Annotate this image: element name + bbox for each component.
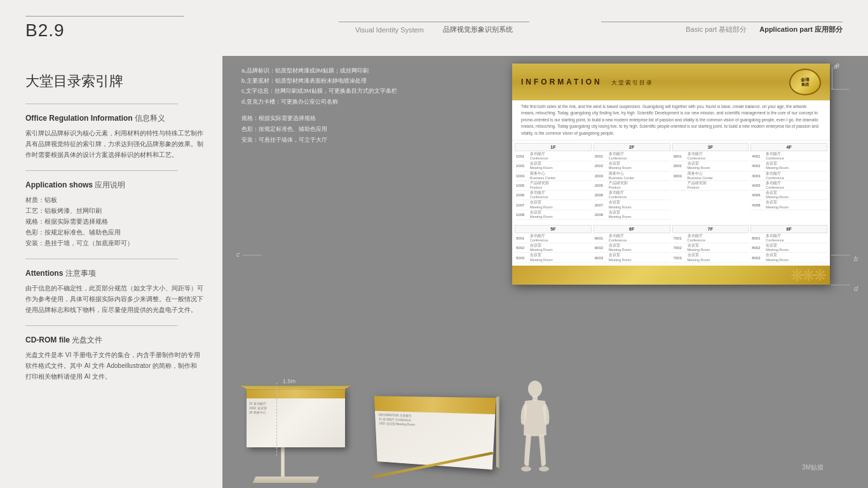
vis-system-label: Visual Identity System	[355, 26, 424, 34]
table-row: 3002会议室Meeting Room	[672, 161, 749, 171]
preview-title-block: INFORMATION 大堂索引目录	[521, 78, 653, 87]
header-left: B2.9	[25, 16, 235, 41]
page-header: B2.9 Visual Identity System 品牌视觉形象识别系统 B…	[0, 0, 868, 56]
table-row: 4001多功能厅Conference	[750, 152, 827, 161]
table-row: 2007会议室Meeting Room	[593, 200, 670, 210]
main-content: 大堂目录索引牌 Office Regulation Information 信息…	[0, 56, 868, 488]
stand-sign-3d: 1F 多功能厅1002 会议室2F 商务中心 1.5m	[235, 375, 362, 483]
bottom-3d-section: 1F 多功能厅1002 会议室2F 商务中心 1.5m	[235, 375, 556, 483]
table-row: 2006多功能厅Conference	[593, 191, 670, 200]
annot-line-a-v	[832, 67, 832, 90]
preview-gold-header: INFORMATION 大堂索引目录 金璋 集团	[512, 64, 830, 100]
section-cd-content: 光盘文件是本 VI 手册电子文件的集合，内含手册制作时的专用软件格式文件。其中 …	[25, 349, 203, 382]
angled-board-text: INFORMATION 大堂索引 1F 多功能厅 Conference 1002…	[375, 411, 495, 433]
header-center-line	[339, 22, 529, 22]
app-item-1: 材质：铝板	[25, 194, 203, 205]
preview-logo: 金璋 集团	[789, 69, 821, 95]
svg-point-2	[521, 466, 531, 471]
table-row: 1002会议室Meeting Room	[515, 161, 592, 171]
table-row: 7002会议室Meeting Room	[672, 243, 749, 253]
table-row: 1008会议室Meeting Room	[515, 210, 592, 220]
human-silhouette	[515, 375, 556, 483]
page-title: 大堂目录索引牌	[25, 69, 203, 91]
preview-gold-footer: ❋ ❋ ❋	[512, 266, 830, 285]
preview-table-grid: 1F 1001多功能厅Conference 1002会议室Meeting Roo…	[512, 140, 830, 222]
table-row: 8003会议室Meeting Room	[750, 253, 827, 262]
human-svg	[515, 375, 556, 483]
section-cd-title: CD-ROM file 光盘文件	[25, 335, 203, 346]
table-row: 2008会议室Meeting Room	[593, 210, 670, 220]
preview-desc: Title first both sides at the rink, and …	[512, 100, 830, 140]
annot-line-a-h	[831, 89, 849, 90]
desc-line-c: c,文字信息：丝网印刷或3M贴膜，可更换条目方式的文字条栏	[241, 86, 397, 96]
app-item-5: 安装：悬挂于墙，可立（加底座即可）	[25, 238, 203, 248]
table-row: 8001多功能厅Conference	[750, 234, 827, 243]
floor-col-2f: 2F 2001多功能厅Conference 2002会议室Meeting Roo…	[593, 143, 670, 220]
header-nav: Basic part 基础部分 Application part 应用部分	[686, 25, 843, 34]
measure-line	[276, 383, 277, 456]
table-row: 2005产品研究部Product	[593, 181, 670, 191]
floor-col-5f: 5F 5001多功能厅Conference 5002会议室Meeting Roo…	[515, 225, 592, 263]
label-3m: 3M贴膜	[802, 463, 824, 472]
section-cdrom: CD-ROM file 光盘文件 光盘文件是本 VI 手册电子文件的集合，内含手…	[25, 335, 203, 382]
table-row: 4002会议室Meeting Room	[750, 161, 827, 171]
desc-line-a: a,品牌标识：铝质型材烤漆或3M贴膜；或丝网印刷	[241, 65, 397, 76]
table-row: 4005多功能厅Conference	[750, 181, 827, 191]
section-att-content: 由于信息的不确定性，此页部分规范（如文字大小、间距等）可作为参考使用，具体可根据…	[25, 283, 203, 315]
table-row: 1001多功能厅Conference	[515, 152, 592, 161]
table-row: 1007会议室Meeting Room	[515, 200, 592, 210]
table-row: 4006会议室Meeting Room	[750, 191, 827, 200]
table-row: 3001多功能厅Conference	[672, 152, 749, 161]
table-row: 2002会议室Meeting Room	[593, 161, 670, 171]
table-row: 6002会议室Meeting Room	[593, 243, 670, 253]
annot-line-b	[831, 255, 850, 255]
table-row: 2001多功能厅Conference	[593, 152, 670, 161]
table-row: 1006多功能厅Conference	[515, 191, 592, 200]
angled-board-main: INFORMATION 大堂索引 1F 多功能厅 Conference 1002…	[374, 396, 496, 470]
right-panel-inner: a,品牌标识：铝质型材烤漆或3M贴膜；或丝网印刷 b,主要底材：铝质型材烤漆表面…	[222, 56, 868, 488]
left-panel: 大堂目录索引牌 Office Regulation Information 信息…	[0, 56, 222, 488]
size-label: 1.5m	[283, 378, 295, 384]
desc-line-d: d,亚克力卡槽：可更换办公室公司名称	[241, 97, 397, 107]
angled-right-edge	[496, 396, 499, 468]
desc-line-b: b,主要底材：铝质型材烤漆表面粉末静电喷涂处理	[241, 76, 397, 86]
header-top-line	[25, 16, 184, 17]
table-row: 6003会议室Meeting Room	[593, 253, 670, 262]
table-row: 5001多功能厅Conference	[515, 234, 592, 243]
annot-line-c	[243, 255, 262, 255]
table-row: 5002会议室Meeting Room	[515, 243, 592, 253]
app-item-3: 规格：根据实际需要选择规格	[25, 216, 203, 227]
preview-table-grid-2: 5F 5001多功能厅Conference 5002会议室Meeting Roo…	[512, 222, 830, 266]
table-row: 6001多功能厅Conference	[593, 234, 670, 243]
angled-sign-3d: INFORMATION 大堂索引 1F 多功能厅 Conference 1002…	[369, 375, 508, 483]
cloud-pattern: ❋ ❋ ❋	[790, 266, 824, 285]
svg-point-0	[528, 381, 542, 397]
table-row: 1005产品研究部Product	[515, 181, 592, 191]
section-divider-2	[25, 170, 178, 171]
sign-board-top-edge	[240, 386, 351, 389]
section-office-content: 索引牌以品牌标识为核心元素，利用材料的特性与特殊工艺制作具有品牌视觉特征的索引牌…	[25, 128, 203, 160]
spec-line-3: 安装：可悬挂于墙体，可立于大厅	[241, 135, 327, 146]
section-attentions: Attentions 注意事项 由于信息的不确定性，此页部分规范（如文字大小、间…	[25, 268, 203, 315]
floor-col-1f: 1F 1001多功能厅Conference 1002会议室Meeting Roo…	[515, 143, 592, 220]
section-divider-3	[25, 259, 178, 259]
spec-line-1: 规格：根据实际需要选择规格	[241, 113, 327, 124]
table-row: 1003商务中心Business Center	[515, 172, 592, 181]
annot-line-d	[831, 285, 850, 285]
basic-part-label: Basic part 基础部分	[686, 25, 747, 34]
marker-b: b	[854, 255, 858, 262]
section-office-info: Office Regulation Information 信息释义 索引牌以品…	[25, 113, 203, 160]
header-right: Basic part 基础部分 Application part 应用部分	[601, 22, 843, 34]
table-row: 4008会议室Meeting Room	[750, 200, 827, 210]
table-row: 产品研究部Product	[672, 181, 749, 191]
right-panel: a,品牌标识：铝质型材烤漆或3M贴膜；或丝网印刷 b,主要底材：铝质型材烤漆表面…	[222, 56, 868, 488]
table-row: 8002会议室Meeting Room	[750, 243, 827, 253]
header-right-line	[601, 22, 843, 22]
table-row: 3003商务中心Business Center	[672, 172, 749, 181]
section-divider-4	[25, 325, 178, 326]
sign-board-text: 1F 多功能厅1002 会议室2F 商务中心	[247, 400, 345, 416]
section-application: Application shows 应用说明 材质：铝板 工艺：铝板烤漆、丝网印…	[25, 180, 203, 248]
floor-col-7f: 7F 7001多功能厅Conference 7002会议室Meeting Roo…	[672, 225, 749, 263]
brand-cn-label: 品牌视觉形象识别系统	[443, 25, 513, 34]
right-specs: 规格：根据实际需要选择规格 色彩：按规定标准色、辅助色应用 安装：可悬挂于墙体，…	[241, 113, 327, 146]
